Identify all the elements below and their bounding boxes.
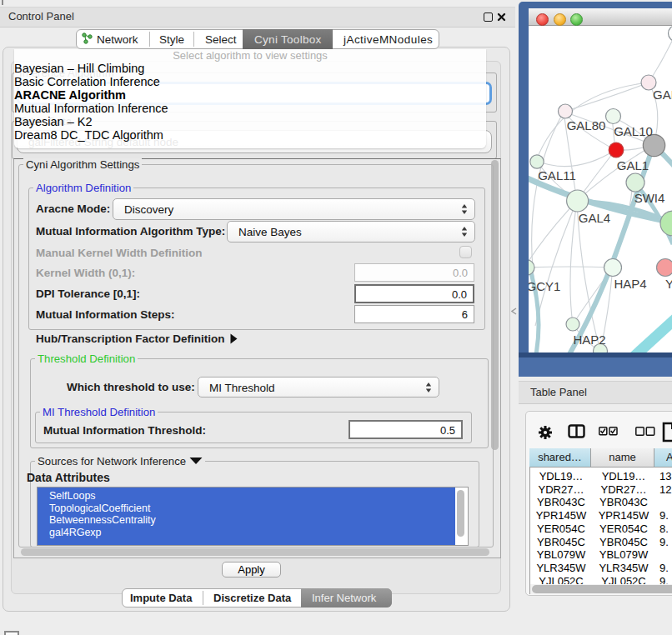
svg-text:GAL4: GAL4 [579,211,610,225]
svg-text:GAL80: GAL80 [567,118,606,132]
svg-text:HAP4: HAP4 [614,277,646,291]
svg-text:HAP2: HAP2 [573,332,605,347]
svg-text:SWI4: SWI4 [634,191,665,205]
svg-text:GAL1: GAL1 [617,158,649,172]
svg-text:GAL7: GAL7 [653,88,672,102]
svg-text:GAL10: GAL10 [614,124,653,138]
svg-text:YKL: YKL [665,277,672,291]
svg-text:GCY1: GCY1 [529,279,560,293]
svg-text:GAL11: GAL11 [538,168,576,182]
